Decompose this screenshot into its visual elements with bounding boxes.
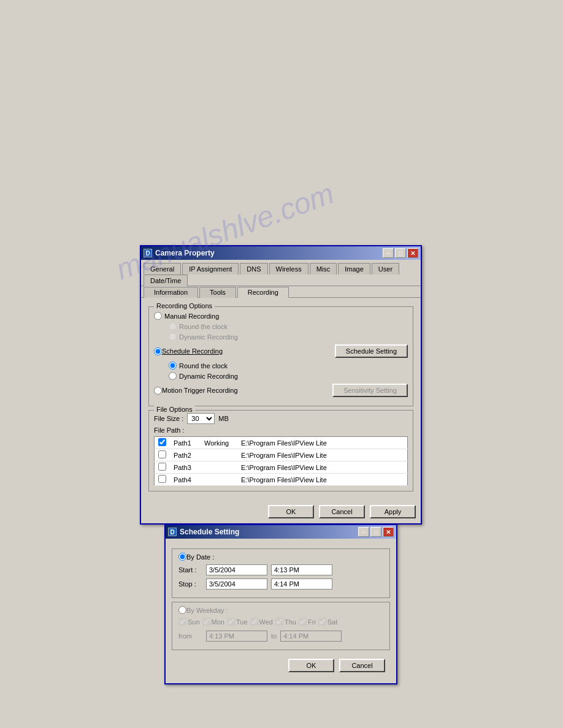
start-label: Start : (178, 566, 206, 574)
tab-user[interactable]: User (372, 263, 399, 275)
dynamic-recording-radio[interactable] (169, 372, 177, 380)
weekday-thu-checkbox (275, 618, 283, 626)
schedule-titlebar-buttons: ─ □ ✕ (358, 527, 394, 537)
sched-close-button[interactable]: ✕ (383, 527, 394, 537)
dynamic-recording-disabled-row: Dynamic Recording (169, 333, 408, 341)
weekday-sat-label: Sat (327, 618, 338, 626)
cancel-button[interactable]: Cancel (319, 505, 365, 518)
sched-ok-button[interactable]: OK (288, 659, 334, 672)
close-button[interactable]: ✕ (407, 248, 418, 258)
path3-value: E:\Program Files\IPView Lite (237, 461, 408, 474)
weekday-mon-label: Mon (212, 618, 224, 626)
maximize-button[interactable]: □ (395, 248, 406, 258)
minimize-button[interactable]: ─ (383, 248, 394, 258)
to-label: to (271, 632, 277, 640)
weekday-mon: Mon (202, 618, 224, 626)
weekday-fri-checkbox (299, 618, 307, 626)
motion-trigger-label: Motion Trigger Recording (162, 387, 238, 394)
sched-button-row: OK Cancel (172, 654, 390, 677)
tab-recording[interactable]: Recording (237, 287, 289, 298)
path3-name: Path3 (170, 461, 201, 474)
path4-checkbox[interactable] (158, 475, 166, 483)
stop-time-input[interactable] (271, 578, 332, 590)
path2-value: E:\Program Files\IPView Lite (237, 449, 408, 461)
by-date-header: By Date : (178, 553, 383, 561)
tab-content: Recording Options Manual Recording Round… (141, 298, 421, 500)
path-row-1: Path2 E:\Program Files\IPView Lite (155, 449, 408, 461)
weekday-tue-label: Tue (236, 618, 248, 626)
recording-options-group: Recording Options Manual Recording Round… (148, 306, 413, 406)
manual-recording-radio[interactable] (154, 312, 162, 320)
by-date-radio[interactable] (178, 553, 186, 561)
path4-value: E:\Program Files\IPView Lite (237, 474, 408, 486)
round-clock-row: Round the clock (169, 362, 408, 370)
tab-tools[interactable]: Tools (199, 287, 236, 298)
tab-information[interactable]: Information (144, 287, 198, 298)
file-options-label: File Options (154, 406, 195, 413)
schedule-setting-titlebar[interactable]: D Schedule Setting ─ □ ✕ (166, 525, 396, 539)
by-weekday-radio[interactable] (178, 606, 186, 614)
schedule-content: By Date : Start : Stop : By Weekday : Su… (166, 539, 396, 683)
file-size-row: File Size : 30 50 100 MB (154, 413, 408, 424)
tab-datetime[interactable]: Date/Time (144, 275, 188, 286)
motion-trigger-radio[interactable] (154, 387, 162, 395)
path2-checkbox[interactable] (158, 450, 166, 458)
from-label: from (178, 632, 206, 640)
file-path-label-row: File Path : (154, 427, 408, 434)
sched-minimize-button[interactable]: ─ (358, 527, 369, 537)
window-icon: D (144, 249, 152, 257)
weekday-fri-label: Fri (308, 618, 316, 626)
round-clock-disabled-radio (169, 322, 177, 330)
ok-button[interactable]: OK (268, 505, 314, 518)
weekday-sun-checkbox (178, 618, 186, 626)
start-date-input[interactable] (206, 564, 267, 575)
schedule-setting-window: D Schedule Setting ─ □ ✕ By Date : Start… (164, 524, 397, 684)
schedule-recording-label: Schedule Recording (162, 347, 223, 355)
weekday-checkboxes: SunMonTueWedThuFriSat (178, 618, 383, 626)
path2-status (201, 449, 237, 461)
apply-button[interactable]: Apply (370, 505, 416, 518)
tab-image[interactable]: Image (338, 263, 370, 275)
round-clock-disabled-row: Round the clock (169, 322, 408, 330)
path1-checkbox[interactable] (158, 438, 166, 446)
camera-property-window: D Camera Property ─ □ ✕ General IP Assig… (140, 245, 422, 525)
tab-general[interactable]: General (144, 263, 181, 275)
round-clock-radio[interactable] (169, 362, 177, 370)
tab-wireless[interactable]: Wireless (269, 263, 308, 275)
weekday-mon-checkbox (202, 618, 210, 626)
round-clock-disabled-label: Round the clock (179, 323, 228, 330)
start-time-input[interactable] (271, 564, 332, 575)
path-row-0: Path1 Working E:\Program Files\IPView Li… (155, 437, 408, 449)
titlebar-buttons: ─ □ ✕ (383, 248, 418, 258)
camera-property-titlebar[interactable]: D Camera Property ─ □ ✕ (141, 246, 421, 260)
sched-cancel-button[interactable]: Cancel (339, 659, 385, 672)
start-row: Start : (178, 564, 383, 575)
path4-name: Path4 (170, 474, 201, 486)
stop-date-input[interactable] (206, 578, 267, 590)
schedule-window-icon: D (168, 528, 177, 536)
weekday-wed: Wed (250, 618, 273, 626)
schedule-recording-radio[interactable] (154, 347, 162, 355)
tab-bar-row2: Information Tools Recording (141, 286, 421, 298)
weekday-sat: Sat (318, 618, 338, 626)
tab-ip-assignment[interactable]: IP Assignment (182, 263, 239, 275)
dynamic-recording-label: Dynamic Recording (179, 373, 238, 380)
path-row-2: Path3 E:\Program Files\IPView Lite (155, 461, 408, 474)
camera-property-title: Camera Property (155, 249, 383, 257)
path3-checkbox[interactable] (158, 463, 166, 471)
path1-value: E:\Program Files\IPView Lite (237, 437, 408, 449)
manual-recording-label: Manual Recording (164, 313, 219, 320)
sched-maximize-button[interactable]: □ (370, 527, 381, 537)
weekday-sun: Sun (178, 618, 200, 626)
to-time-input (280, 631, 342, 642)
sensitivity-setting-button[interactable]: Sensitivity Setting (332, 384, 408, 397)
stop-label: Stop : (178, 580, 206, 588)
path4-status (201, 474, 237, 486)
file-path-label: File Path : (154, 427, 185, 434)
file-size-select[interactable]: 30 50 100 (187, 413, 215, 424)
schedule-setting-button[interactable]: Schedule Setting (335, 344, 408, 358)
dynamic-recording-row: Dynamic Recording (169, 372, 408, 380)
path-row-3: Path4 E:\Program Files\IPView Lite (155, 474, 408, 486)
tab-misc[interactable]: Misc (310, 263, 337, 275)
tab-dns[interactable]: DNS (240, 263, 267, 275)
